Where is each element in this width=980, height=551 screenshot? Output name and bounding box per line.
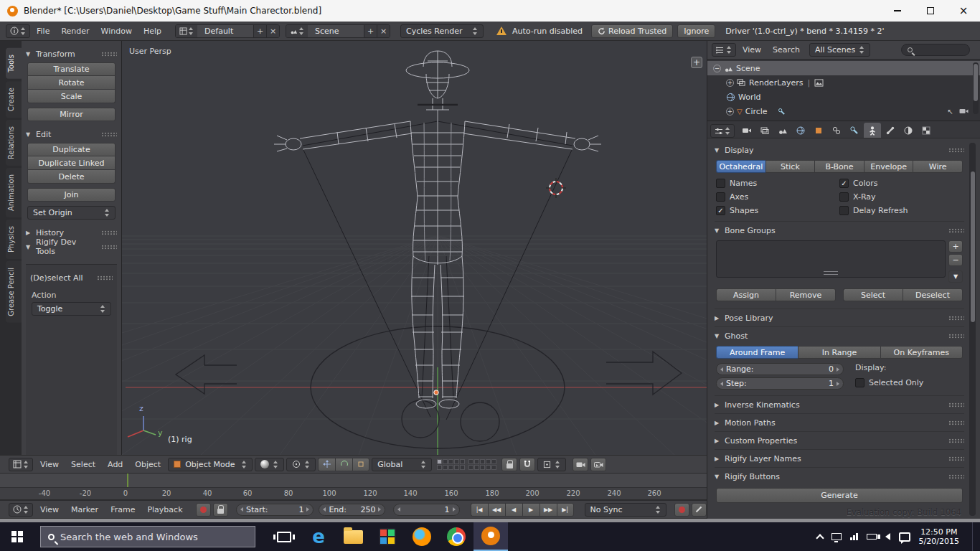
inverse-kinematics-panel-header[interactable]: ▶ Inverse Kinematics	[715, 397, 964, 412]
bone-group-remove-button[interactable]: −	[948, 254, 963, 266]
show-desktop-button[interactable]	[972, 522, 977, 551]
blender-taskbar-button[interactable]	[473, 522, 508, 551]
draw-type-wire-button[interactable]: Wire	[913, 160, 963, 173]
tab-material[interactable]	[900, 123, 917, 138]
increment-icon[interactable]	[837, 382, 839, 386]
manipulator-scale-button[interactable]	[352, 458, 369, 471]
properties-scrollbar[interactable]	[969, 143, 976, 516]
layout-add-button[interactable]: +	[253, 25, 266, 37]
tab-grease-pencil[interactable]: Grease Pencil	[6, 261, 22, 323]
delay-refresh-checkbox[interactable]: Delay Refresh	[839, 206, 963, 215]
draw-type-bbone-button[interactable]: B-Bone	[814, 160, 864, 173]
menu-file[interactable]: File	[32, 27, 55, 36]
assign-button[interactable]: Assign	[716, 288, 776, 301]
decrement-icon[interactable]	[720, 382, 723, 386]
play-reverse-button[interactable]: ◀	[505, 503, 522, 517]
selected-only-checkbox[interactable]: Selected Only	[855, 378, 963, 387]
ghost-range-slider[interactable]: Range: 0	[716, 363, 844, 375]
panel-grip[interactable]	[948, 402, 964, 408]
layout-name-field[interactable]: Default	[197, 25, 253, 37]
scene-name-field[interactable]: Scene	[308, 25, 364, 37]
motion-paths-panel-header[interactable]: ▶ Motion Paths	[715, 415, 964, 430]
auto-keyframe-button[interactable]	[196, 503, 211, 517]
bone-groups-panel-header[interactable]: ▼ Bone Groups	[715, 223, 964, 237]
panel-grip[interactable]	[948, 456, 964, 461]
pivot-dropdown[interactable]	[286, 458, 316, 471]
scale-button[interactable]: Scale	[27, 90, 116, 103]
timeline-playhead[interactable]	[127, 474, 128, 487]
tab-object[interactable]	[810, 123, 827, 138]
increment-icon[interactable]	[837, 367, 839, 372]
manipulator-rotate-button[interactable]	[335, 458, 352, 471]
properties-editor-type-button[interactable]	[710, 124, 735, 138]
tab-world[interactable]	[792, 123, 809, 138]
remove-button[interactable]: Remove	[776, 288, 836, 301]
tab-bone[interactable]	[882, 123, 899, 138]
operator-panel-header[interactable]: (De)select All	[26, 270, 117, 285]
rotate-button[interactable]: Rotate	[27, 76, 116, 90]
ghost-on-keyframes-button[interactable]: On Keyframes	[880, 346, 963, 359]
timeline-menu-view[interactable]: View	[35, 505, 64, 514]
outliner-scrollbar[interactable]	[973, 62, 979, 114]
tab-constraints[interactable]	[828, 123, 845, 138]
tray-display-icon[interactable]	[831, 533, 842, 540]
outliner-editor-type-button[interactable]	[712, 43, 736, 57]
tab-animation[interactable]: Animation	[6, 168, 22, 217]
names-checkbox[interactable]: Names	[716, 179, 839, 188]
end-frame-slider[interactable]: End: 250	[319, 504, 385, 516]
ghost-in-range-button[interactable]: In Range	[798, 346, 880, 359]
shading-dropdown[interactable]	[255, 458, 284, 471]
outliner-search-field[interactable]	[901, 44, 970, 56]
panel-grip[interactable]	[948, 420, 964, 425]
panel-grip[interactable]	[948, 148, 964, 153]
rigify-buttons-panel-header[interactable]: ▼ Rigify Buttons	[715, 469, 964, 484]
tray-expand-icon[interactable]	[816, 534, 824, 542]
panel-grip[interactable]	[101, 230, 117, 235]
deselect-button[interactable]: Deselect	[903, 288, 963, 301]
pose-library-panel-header[interactable]: ▶ Pose Library	[715, 311, 964, 325]
panel-grip[interactable]	[948, 334, 964, 339]
timeline-editor-type-button[interactable]	[9, 503, 33, 517]
collapse-icon[interactable]: −	[713, 65, 721, 72]
expand-icon[interactable]: +	[726, 108, 734, 116]
edge-button[interactable]: e	[301, 522, 336, 551]
delete-button[interactable]: Delete	[27, 170, 116, 184]
snap-element-dropdown[interactable]	[537, 458, 566, 471]
edit-driver-button[interactable]	[692, 503, 707, 517]
decrement-icon[interactable]	[240, 507, 243, 512]
duplicate-button[interactable]: Duplicate	[27, 143, 116, 156]
shapes-checkbox[interactable]: ✓Shapes	[716, 206, 839, 215]
outliner-menu-search[interactable]: Search	[768, 45, 805, 55]
taskbar-search[interactable]	[40, 526, 255, 547]
viewport-menu-select[interactable]: Select	[66, 460, 100, 469]
search-input[interactable]	[60, 532, 232, 542]
panel-grip[interactable]	[948, 316, 964, 321]
current-frame-field[interactable]: 1	[393, 504, 459, 516]
rigify-layer-names-panel-header[interactable]: ▶ Rigify Layer Names	[715, 451, 964, 466]
firefox-button[interactable]	[405, 522, 439, 551]
mode-dropdown[interactable]: Object Mode	[168, 458, 253, 471]
tab-relations[interactable]: Relations	[6, 120, 22, 166]
reload-trusted-button[interactable]: Reload Trusted	[591, 24, 673, 38]
taskbar-clock[interactable]: 12:50 PM 5/20/2015	[919, 527, 959, 546]
jump-to-start-button[interactable]: |◀	[471, 503, 488, 517]
scene-browse-button[interactable]	[286, 25, 308, 37]
increment-icon[interactable]	[453, 507, 456, 512]
custom-properties-panel-header[interactable]: ▶ Custom Properties	[715, 433, 964, 448]
ghost-panel-header[interactable]: ▼ Ghost	[715, 329, 964, 343]
translate-button[interactable]: Translate	[27, 62, 116, 76]
layers-group-2[interactable]	[468, 459, 496, 470]
viewport-menu-add[interactable]: Add	[103, 460, 128, 469]
manipulator-translate-button[interactable]	[318, 458, 335, 471]
outliner-menu-view[interactable]: View	[738, 45, 766, 55]
viewport-editor-type-button[interactable]	[9, 458, 33, 471]
viewport-menu-object[interactable]: Object	[130, 460, 166, 469]
layers-group-1[interactable]	[437, 459, 465, 470]
timeline-menu-frame[interactable]: Frame	[105, 505, 140, 514]
bone-groups-list[interactable]	[716, 240, 946, 278]
chrome-button[interactable]	[439, 522, 473, 551]
ghost-around-frame-button[interactable]: Around Frame	[716, 346, 798, 359]
timeline-menu-marker[interactable]: Marker	[66, 505, 103, 514]
panel-grip[interactable]	[101, 245, 117, 250]
tab-scene[interactable]	[774, 123, 791, 138]
